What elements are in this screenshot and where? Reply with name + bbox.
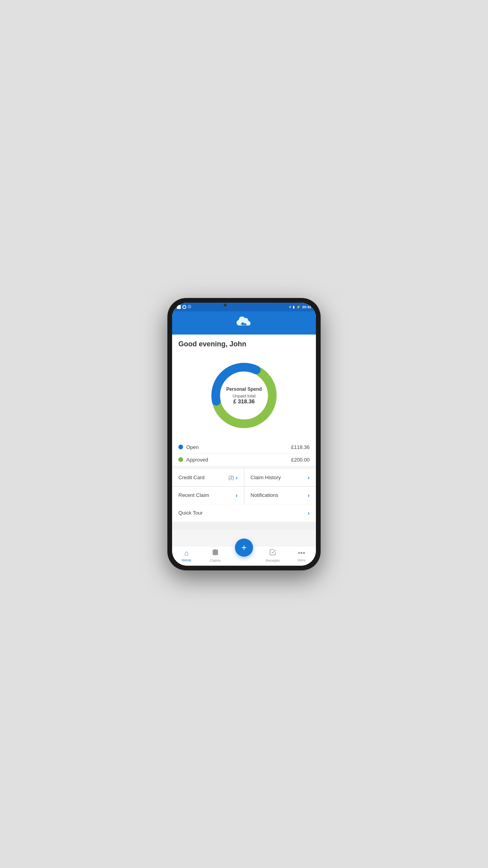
donut-center: Personal Spend Unpaid total £ 318.36 xyxy=(222,386,266,405)
notifications-label: Notifications xyxy=(251,492,279,498)
phone-screen: ⓘ ▾ ▮ ⚡ 20:42 Good evening, xyxy=(172,303,316,566)
fab-plus-icon: + xyxy=(241,542,247,553)
bottom-nav: ⌂ Home Claims xyxy=(172,546,316,566)
nav-item-home[interactable]: ⌂ Home xyxy=(172,549,201,562)
fab-add-button[interactable]: + xyxy=(235,539,253,557)
legend-item-open: Open £118.36 xyxy=(178,441,310,454)
recent-claim-chevron: › xyxy=(236,492,238,498)
nav-item-more[interactable]: ••• More xyxy=(287,549,316,562)
chart-section: Personal Spend Unpaid total £ 318.36 xyxy=(172,352,316,441)
status-left: ⓘ xyxy=(177,305,191,309)
nav-item-receipts[interactable]: Receipts xyxy=(259,549,287,563)
legend-section: Open £118.36 Approved £200.00 xyxy=(172,441,316,466)
home-label: Home xyxy=(182,558,191,562)
main-content: Good evening, John Personal Spend xyxy=(172,335,316,546)
menu-item-claim-history[interactable]: Claim History › xyxy=(244,469,316,486)
claims-label: Claims xyxy=(210,559,221,563)
greeting-section: Good evening, John xyxy=(172,335,316,352)
camera xyxy=(224,303,227,307)
quick-tour-chevron: › xyxy=(308,510,310,516)
credit-card-badge: (2) xyxy=(228,475,234,480)
status-info-icon: ⓘ xyxy=(188,305,191,309)
receipts-label: Receipts xyxy=(266,559,280,563)
legend-label-approved: Approved xyxy=(186,457,208,463)
status-icon-1 xyxy=(177,305,181,309)
app-header xyxy=(172,311,316,335)
more-icon: ••• xyxy=(298,549,305,557)
cloud-logo-icon xyxy=(235,315,253,331)
wifi-icon: ▾ xyxy=(289,305,291,309)
receipts-icon xyxy=(269,549,276,558)
menu-item-recent-claim[interactable]: Recent Claim › xyxy=(172,487,244,504)
claim-history-chevron: › xyxy=(308,474,310,481)
status-right: ▾ ▮ ⚡ 20:42 xyxy=(289,305,311,309)
menu-item-credit-card[interactable]: Credit Card (2) › xyxy=(172,469,244,486)
legend-value-open: £118.36 xyxy=(291,444,310,450)
bottom-spacer xyxy=(172,522,316,530)
legend-dot-approved xyxy=(178,457,183,462)
donut-main-label: Personal Spend xyxy=(222,386,266,392)
menu-item-quick-tour[interactable]: Quick Tour › xyxy=(172,504,316,522)
home-icon: ⌂ xyxy=(184,549,189,557)
more-label: More xyxy=(297,558,306,562)
status-time: 20:42 xyxy=(302,305,311,309)
battery-icon: ⚡ xyxy=(296,305,301,309)
recent-claim-label: Recent Claim xyxy=(178,492,209,498)
notifications-chevron: › xyxy=(308,492,310,498)
greeting-text: Good evening, John xyxy=(178,340,246,348)
quick-tour-label: Quick Tour xyxy=(178,510,203,516)
menu-item-notifications[interactable]: Notifications › xyxy=(244,487,316,504)
signal-icon: ▮ xyxy=(293,305,295,309)
menu-wide-section: Quick Tour › xyxy=(172,504,316,522)
legend-dot-open xyxy=(178,445,183,449)
credit-card-chevron: › xyxy=(236,474,238,481)
status-bar: ⓘ ▾ ▮ ⚡ 20:42 xyxy=(172,303,316,311)
credit-card-label: Credit Card xyxy=(178,474,204,480)
legend-value-approved: £200.00 xyxy=(291,457,310,463)
menu-grid: Credit Card (2) › Claim History › Recent… xyxy=(172,469,316,504)
claim-history-label: Claim History xyxy=(251,474,281,480)
credit-card-right: (2) › xyxy=(228,474,237,481)
status-icon-2 xyxy=(182,305,186,309)
claim-history-right: › xyxy=(308,474,310,481)
recent-claim-right: › xyxy=(236,492,238,498)
donut-chart: Personal Spend Unpaid total £ 318.36 xyxy=(205,356,283,435)
legend-label-open: Open xyxy=(186,444,199,450)
claims-icon xyxy=(212,549,219,558)
donut-amount: £ 318.36 xyxy=(222,398,266,405)
legend-item-approved: Approved £200.00 xyxy=(178,454,310,466)
nav-item-claims[interactable]: Claims xyxy=(201,549,229,563)
phone-frame: ⓘ ▾ ▮ ⚡ 20:42 Good evening, xyxy=(167,298,321,570)
notifications-right: › xyxy=(308,492,310,498)
donut-sub-label: Unpaid total xyxy=(222,394,266,398)
